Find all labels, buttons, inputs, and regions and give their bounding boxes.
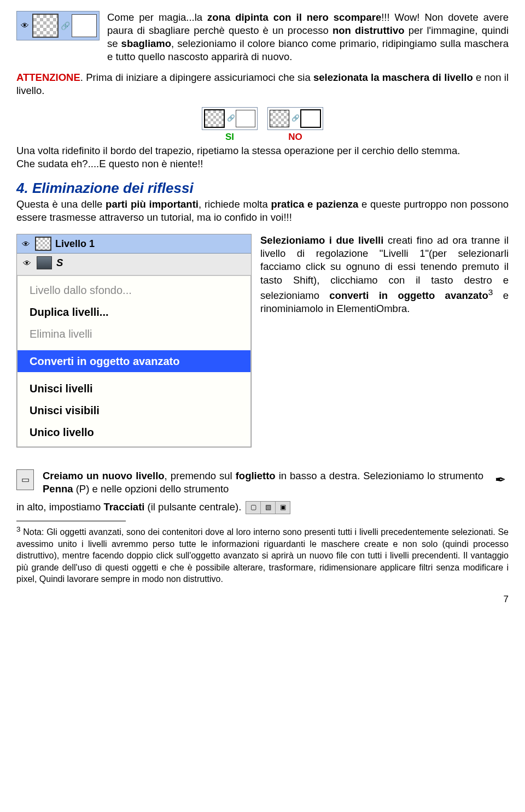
layer-name: Livello 1 xyxy=(55,238,95,250)
si-cell: 🔗 SI xyxy=(202,107,258,143)
section-4-paragraph: Questa è una delle parti più importanti,… xyxy=(16,198,509,224)
layer-thumbnail-checker xyxy=(32,14,59,38)
layer-thumb-photo xyxy=(37,256,52,269)
no-label: NO xyxy=(288,131,302,143)
layer-thumb-strip: 👁 🔗 xyxy=(16,11,100,40)
mini-mask-no xyxy=(300,109,321,128)
ctx-item-elimina: Elimina livelli xyxy=(18,323,250,345)
ctx-item-unisci-visibili[interactable]: Unisci visibili xyxy=(18,399,250,421)
sudata-paragraph: Che sudata eh?....E questo non è niente!… xyxy=(16,157,509,170)
tracciati-buttons: ▢ ▧ ▣ xyxy=(246,501,290,514)
intro-row: 👁 🔗 Come per magia...la zona dipinta con… xyxy=(16,11,509,63)
ctx-item-livello-sfondo: Livello dallo sfondo... xyxy=(18,279,250,301)
ctx-item-duplica[interactable]: Duplica livelli... xyxy=(18,301,250,323)
section-4-title: 4. Eliminazione dei riflessi xyxy=(16,179,509,198)
mini-checker-si xyxy=(204,109,225,128)
layer-letter: S xyxy=(56,256,63,269)
side-paragraph: Selezioniamo i due livelli creati fino a… xyxy=(260,234,509,315)
layer-thumb-small xyxy=(35,237,51,251)
layer-mask-thumbnail xyxy=(72,14,97,37)
visibility-eye-icon: 👁 xyxy=(19,21,30,30)
foot-paragraph-2: in alto, impostiamo Tracciati (il pulsan… xyxy=(16,501,509,514)
new-layer-icon: ▭ xyxy=(16,469,34,490)
mini-link-icon: 🔗 xyxy=(291,114,298,123)
mini-mask-si xyxy=(236,110,255,127)
foot-paragraph-1: Creiamo un nuovo livello, premendo sul f… xyxy=(43,469,483,496)
context-menu-screenshot: 👁 Livello 1 👁 S Livello dallo sfondo... … xyxy=(16,234,252,448)
intro-paragraph: Come per magia...la zona dipinta con il … xyxy=(107,11,509,63)
page-number: 7 xyxy=(16,593,509,605)
path-mode-paths-icon[interactable]: ▧ xyxy=(261,502,276,514)
si-label: SI xyxy=(225,131,234,143)
layer-row-secondary[interactable]: 👁 S xyxy=(17,254,251,275)
mini-checker-no xyxy=(270,110,289,127)
path-mode-shape-icon[interactable]: ▢ xyxy=(246,502,261,514)
ctx-item-unisci-livelli[interactable]: Unisci livelli xyxy=(18,378,250,399)
attenzione-label: ATTENZIONE xyxy=(16,72,80,83)
mini-link-icon: 🔗 xyxy=(227,114,234,123)
visibility-eye-icon: 👁 xyxy=(21,258,32,267)
path-mode-fill-icon[interactable]: ▣ xyxy=(276,502,290,514)
context-menu: Livello dallo sfondo... Duplica livelli.… xyxy=(17,275,251,447)
si-no-row: 🔗 SI 🔗 NO xyxy=(16,107,509,143)
footnote-3: 3 Nota: Gli oggetti avanzati, sono dei c… xyxy=(16,525,509,585)
no-cell: 🔗 NO xyxy=(267,107,323,143)
context-menu-row: 👁 Livello 1 👁 S Livello dallo sfondo... … xyxy=(16,234,509,448)
trapezio-paragraph: Una volta ridefinito il bordo del trapez… xyxy=(16,144,509,157)
ctx-item-converti-oggetto-avanzato[interactable]: Converti in oggetto avanzato xyxy=(18,350,250,372)
layer-row-livello1[interactable]: 👁 Livello 1 xyxy=(17,234,251,254)
attenzione-paragraph: ATTENZIONE. Prima di iniziare a dipinger… xyxy=(16,71,509,97)
pen-tool-icon: ✒ xyxy=(492,469,509,489)
footnote-rule xyxy=(16,521,126,521)
ctx-item-unico-livello[interactable]: Unico livello xyxy=(18,421,250,443)
layer-link-icon: 🔗 xyxy=(61,21,69,31)
visibility-eye-icon: 👁 xyxy=(20,239,31,248)
foot-row: ▭ Creiamo un nuovo livello, premendo sul… xyxy=(16,469,509,496)
